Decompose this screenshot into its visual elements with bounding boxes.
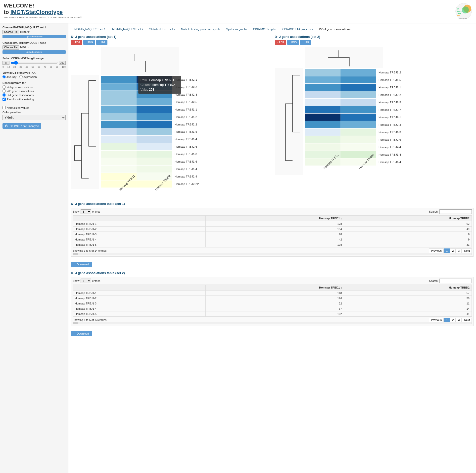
svg-rect-76 bbox=[305, 99, 340, 106]
dendro-dj-item[interactable]: D-J gene associations bbox=[2, 93, 66, 97]
table2-scrollbar[interactable] bbox=[73, 322, 472, 324]
tab-vdj[interactable]: V-D-J gene associations bbox=[316, 26, 353, 32]
table1-show-select[interactable]: 5 10 25 bbox=[81, 209, 91, 214]
svg-rect-19 bbox=[101, 106, 137, 113]
table1-col3-header[interactable]: Homsap TRBD2 bbox=[344, 215, 472, 221]
table2-page2-btn[interactable]: 2 bbox=[450, 318, 456, 322]
table1-header-row: Homsap TRBD1 ↕ Homsap TRBD2 bbox=[73, 215, 472, 221]
tab-mtp[interactable]: Multiple testing procedures plots bbox=[178, 26, 223, 32]
svg-text:Homsap TRBJ1-1: Homsap TRBJ1-1 bbox=[378, 86, 401, 89]
table2-v2-cell: 57 bbox=[344, 290, 472, 296]
set2-heatmap-wrap: Homsap TRBJ1-2 Homsap TRBJ1-5 Homsap TRB… bbox=[275, 47, 474, 183]
set1-jpg-btn[interactable]: ↓ JPG bbox=[96, 40, 107, 45]
cdr3-range-row: 8 100 bbox=[2, 61, 66, 65]
set2-jpg-btn[interactable]: ↓ JPG bbox=[300, 40, 311, 45]
dendro-vd-radio[interactable] bbox=[2, 89, 6, 93]
table1-prev-btn[interactable]: Previous bbox=[429, 248, 444, 253]
table2-next-btn[interactable]: Next bbox=[462, 318, 472, 322]
table2-page3-btn[interactable]: 3 bbox=[456, 318, 462, 322]
table2-prev-btn[interactable]: Previous bbox=[429, 318, 444, 322]
set2-png-icon: ↓ bbox=[289, 41, 291, 44]
svg-rect-92 bbox=[305, 158, 340, 166]
svg-rect-75 bbox=[340, 91, 376, 98]
table1-search-input[interactable] bbox=[439, 209, 472, 214]
svg-text:Homsap TRBJ2-7: Homsap TRBJ2-7 bbox=[378, 108, 401, 111]
view-expression-label[interactable]: expression bbox=[19, 75, 37, 78]
exit-button[interactable]: ⏻ Exit IMGT/StatClonotype bbox=[2, 123, 41, 129]
download1-btn[interactable]: ↓ Download bbox=[71, 262, 92, 267]
table2-show-select[interactable]: 5 10 25 bbox=[81, 279, 91, 283]
view-diversity-radio[interactable] bbox=[2, 75, 6, 78]
svg-rect-15 bbox=[101, 91, 137, 98]
set1-choose-file-btn[interactable]: Choose File bbox=[2, 30, 19, 34]
set1-png-btn[interactable]: ↓ PNG bbox=[83, 40, 95, 45]
dendro-vd-item[interactable]: V-D gene associations bbox=[2, 89, 66, 93]
cdr3-range-input[interactable] bbox=[10, 61, 58, 65]
table2-page1-btn[interactable]: 1 bbox=[444, 318, 450, 322]
app-name-link[interactable]: IMGT/StatClonotype bbox=[10, 9, 63, 15]
svg-rect-13 bbox=[101, 83, 137, 91]
results-clustering-row[interactable]: Results with clustering bbox=[2, 98, 66, 101]
view-diversity-label[interactable]: diversity bbox=[2, 75, 16, 78]
dendro-dj-radio[interactable] bbox=[2, 93, 6, 97]
tab-set1[interactable]: IMGT/HighV-QUEST set 1 bbox=[71, 26, 108, 32]
table1-gene-cell: Homsap TRBJ1-2 bbox=[73, 226, 206, 232]
table2-section: D- J gene associations table (set 2) Sho… bbox=[71, 271, 474, 326]
table1-col2-header[interactable]: Homsap TRBD1 ↕ bbox=[206, 215, 344, 221]
cdr3-ticks: 0102030405060708090100 bbox=[2, 66, 66, 68]
table1-controls: Show 5 10 25 entries Search: bbox=[73, 209, 472, 214]
set2-label: Choose IMGT/HighV-QUEST set 2 bbox=[2, 41, 66, 44]
tab-set2[interactable]: IMGT/HighV-QUEST set 2 bbox=[109, 26, 146, 32]
svg-rect-39 bbox=[101, 180, 137, 188]
view-radio-group: diversity expression bbox=[2, 75, 66, 78]
svg-rect-27 bbox=[101, 136, 137, 143]
svg-rect-74 bbox=[305, 91, 340, 98]
table1-next-btn[interactable]: Next bbox=[462, 248, 472, 253]
set2-dendrogram-left bbox=[275, 68, 303, 175]
heatmap-section: D- J gene associations (set 1) ↓ PDF ↓ P… bbox=[71, 35, 474, 197]
table2-search-input[interactable] bbox=[439, 279, 472, 283]
table-row: Homsap TRBJ1-4429 bbox=[73, 237, 472, 242]
svg-text:Homsap TRBJ2-2: Homsap TRBJ2-2 bbox=[175, 123, 197, 126]
set2-choose-file-btn[interactable]: Choose File bbox=[2, 45, 19, 50]
svg-text:Row: Row bbox=[141, 78, 147, 82]
table1-col1-header[interactable] bbox=[73, 215, 206, 221]
view-expression-radio[interactable] bbox=[19, 75, 23, 78]
table2-col3-header[interactable]: Homsap TRBD2 bbox=[344, 285, 472, 290]
table1-page1-btn[interactable]: 1 bbox=[444, 248, 450, 253]
normalized-checkbox[interactable] bbox=[2, 106, 6, 109]
set1-pdf-btn[interactable]: ↓ PDF bbox=[71, 40, 82, 45]
svg-rect-87 bbox=[340, 136, 376, 143]
set1-png-icon: ↓ bbox=[86, 41, 87, 44]
sidebar: Choose IMGT/HighV-QUEST set 1 Choose Fil… bbox=[0, 23, 68, 473]
tab-cdr-aa[interactable]: CDR-IMGT AA properties bbox=[280, 26, 316, 32]
view-section: View IMGT clonotype (AA) diversity expre… bbox=[2, 71, 66, 78]
color-select[interactable]: YlGnBu YlOrRd Blues Greens bbox=[2, 115, 66, 120]
tab-synthesis[interactable]: Synthesis graphs bbox=[223, 26, 250, 32]
normalized-row[interactable]: Normalized values bbox=[2, 106, 66, 109]
table2-col2-header[interactable]: Homsap TRBD1 ↕ bbox=[206, 285, 344, 290]
view-label: View IMGT clonotype (AA) bbox=[2, 71, 66, 74]
table1-page3-btn[interactable]: 3 bbox=[456, 248, 462, 253]
svg-text:Homsap TRBJ2-2P: Homsap TRBJ2-2P bbox=[175, 182, 199, 185]
table1-wrapper: Show 5 10 25 entries Search: bbox=[71, 208, 474, 257]
download2-btn[interactable]: ↓ Download bbox=[71, 331, 92, 336]
results-clustering-checkbox[interactable] bbox=[2, 98, 6, 101]
dendro-vj-item[interactable]: V-J gene associations bbox=[2, 85, 66, 89]
svg-rect-77 bbox=[340, 99, 376, 106]
table1-scrollbar[interactable] bbox=[73, 253, 472, 255]
set1-section: Choose IMGT/HighV-QUEST set 1 Choose Fil… bbox=[2, 26, 66, 38]
svg-rect-11 bbox=[101, 76, 137, 83]
svg-rect-34 bbox=[137, 158, 172, 165]
svg-text:Homsap TRBJ2-6: Homsap TRBJ2-6 bbox=[378, 138, 401, 141]
set2-png-btn[interactable]: ↓ PNG bbox=[287, 40, 299, 45]
dendro-vj-radio[interactable] bbox=[2, 85, 6, 89]
cdr3-label: Select CDR3-IMGT length range bbox=[2, 57, 66, 60]
table2-search-box: Search: bbox=[429, 279, 472, 283]
table1-page2-btn[interactable]: 2 bbox=[450, 248, 456, 253]
svg-rect-24 bbox=[137, 121, 172, 128]
tab-cdr-lengths[interactable]: CDR-IMGT lengths bbox=[250, 26, 279, 32]
table2-col1-header[interactable] bbox=[73, 285, 206, 290]
set2-pdf-btn[interactable]: ↓ PDF bbox=[275, 40, 286, 45]
tab-stats[interactable]: Statistical test results bbox=[146, 26, 178, 32]
